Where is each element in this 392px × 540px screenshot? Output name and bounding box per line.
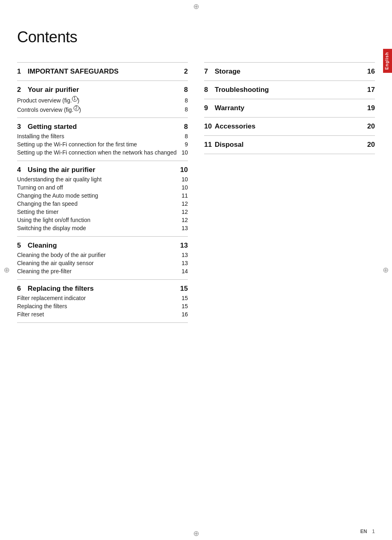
toc-sub-timer: Setting the timer 12 xyxy=(17,208,188,216)
toc-sub-replacing-filters: Replacing the filters 15 xyxy=(17,302,188,310)
divider-6 xyxy=(17,279,188,280)
toc-sub-air-quality-light: Understanding the air quality light 10 xyxy=(17,175,188,183)
divider-2 xyxy=(17,81,188,81)
divider-3 xyxy=(17,118,188,118)
toc-sub-fan-speed: Changing the fan speed 12 xyxy=(17,200,188,208)
toc-grid: 1 IMPORTANT SAFEGUARDS 2 2 Your air puri… xyxy=(17,58,375,327)
toc-left-column: 1 IMPORTANT SAFEGUARDS 2 2 Your air puri… xyxy=(17,58,188,327)
toc-sub-installing-filters: Installing the filters 8 xyxy=(17,132,188,140)
toc-section-10: 10 Accessories 20 xyxy=(204,122,375,131)
toc-sub-filter-indicator: Filter replacement indicator 15 xyxy=(17,294,188,302)
regmark-right: ⊕ xyxy=(381,265,390,275)
divider-6-bottom xyxy=(17,322,188,323)
divider-11-bottom xyxy=(204,154,375,154)
toc-sub-display-mode: Switching the display mode 13 xyxy=(17,224,188,232)
toc-sub-product-overview: Product overview (fig.1) 8 xyxy=(17,95,188,105)
regmark-top: ⊕ xyxy=(191,2,201,11)
toc-sub-wifi-changed: Setting up the Wi-Fi connection when the… xyxy=(17,148,188,157)
toc-section-5: 5 Cleaning 13 xyxy=(17,241,188,250)
footer-page: 1 xyxy=(372,528,375,534)
toc-sub-cleaning-body: Cleaning the body of the air purifier 13 xyxy=(17,251,188,259)
toc-section-9: 9 Warranty 19 xyxy=(204,103,375,113)
toc-section-6: 6 Replacing the filters 15 xyxy=(17,284,188,294)
toc-section-11: 11 Disposal 20 xyxy=(204,140,375,150)
toc-section-7: 7 Storage 16 xyxy=(204,67,375,76)
regmark-left: ⊕ xyxy=(2,265,11,275)
toc-section-2: 2 Your air purifier 8 xyxy=(17,85,188,95)
divider-8 xyxy=(204,81,375,81)
toc-sub-controls-overview: Controls overview (fig.2) 8 xyxy=(17,105,188,114)
toc-right-column: 7 Storage 16 8 Troubleshooting 17 9 Warr xyxy=(204,58,375,327)
footer: EN 1 xyxy=(17,528,375,534)
divider-11 xyxy=(204,135,375,136)
toc-section-1: 1 IMPORTANT SAFEGUARDS 2 xyxy=(17,67,188,76)
divider-1 xyxy=(17,62,188,63)
toc-sub-cleaning-prefilter: Cleaning the pre-filter 14 xyxy=(17,267,188,275)
divider-10 xyxy=(204,117,375,118)
footer-lang: EN xyxy=(360,529,367,534)
toc-sub-wifi-first: Setting up the Wi-Fi connection for the … xyxy=(17,140,188,148)
divider-5 xyxy=(17,236,188,237)
toc-sub-filter-reset: Filter reset 16 xyxy=(17,310,188,318)
toc-sub-auto-mode: Changing the Auto mode setting 11 xyxy=(17,192,188,200)
toc-section-8: 8 Troubleshooting 17 xyxy=(204,85,375,95)
toc-sub-light-function: Using the light on/off function 12 xyxy=(17,216,188,224)
language-tab: English xyxy=(383,49,392,73)
page-title: Contents xyxy=(17,28,375,46)
divider-9 xyxy=(204,99,375,99)
divider-4 xyxy=(17,161,188,161)
toc-sub-cleaning-sensor: Cleaning the air quality sensor 13 xyxy=(17,259,188,267)
toc-sub-turning-on-off: Turning on and off 10 xyxy=(17,183,188,192)
toc-section-3: 3 Getting started 8 xyxy=(17,122,188,132)
toc-section-4: 4 Using the air purifier 10 xyxy=(17,165,188,175)
divider-7 xyxy=(204,62,375,63)
